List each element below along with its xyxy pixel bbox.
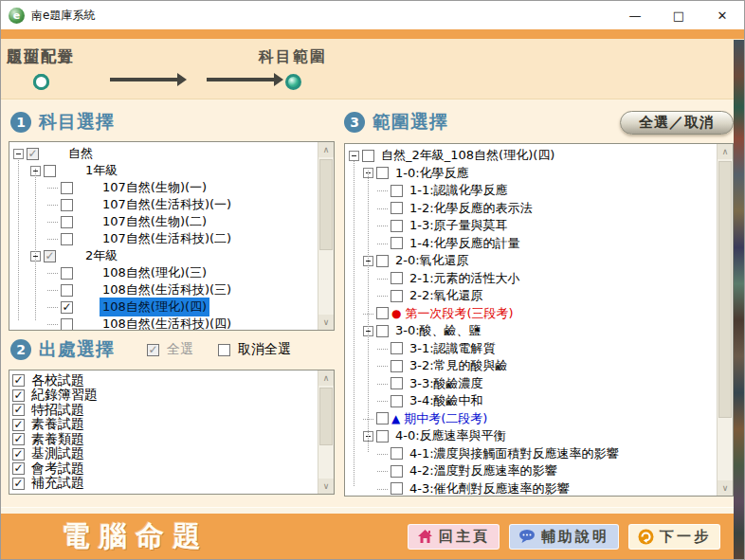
checkbox[interactable] [391,237,403,249]
checkbox[interactable] [12,419,25,431]
subject-tree-row[interactable]: 107自然(生物)(二) [9,213,318,230]
tree-item-label[interactable]: 第一次段考(三段考) [402,304,516,323]
checkbox[interactable] [27,148,39,160]
checkbox[interactable] [376,325,389,337]
tree-item-label[interactable]: 期中考(二段考) [401,409,490,428]
range-tree-row[interactable]: 1-0:化學反應 [345,165,717,183]
wizard-step[interactable]: 科目範圍 [253,47,333,90]
tree-item-label[interactable]: 2年級 [82,246,120,265]
subject-tree-row[interactable]: 108自然(理化)(四) [9,298,318,316]
scroll-thumb[interactable] [319,159,333,250]
expander-icon[interactable] [363,431,373,442]
subject-tree-row[interactable]: 自然 [9,145,318,162]
next-button[interactable]: 下一步 [628,524,720,550]
tree-item-label[interactable]: 1-2:化學反應的表示法 [407,199,536,218]
range-tree-row[interactable]: 3-4:酸鹼中和 [345,392,717,410]
scroll-track[interactable] [718,159,733,480]
tree-item-label[interactable]: 2-2:氧化還原 [407,286,486,305]
checkbox[interactable] [391,220,403,232]
select-all-toggle-button[interactable]: 全選／取消 [620,111,734,135]
minimize-button[interactable]: — [613,1,657,29]
expander-icon[interactable] [13,149,24,159]
scroll-track[interactable] [318,386,334,479]
checkbox[interactable] [391,377,403,389]
checkbox[interactable] [44,250,56,262]
tree-item-label[interactable]: 2-0:氧化還原 [392,251,472,270]
tree-item-label[interactable]: 107自然(生活科技)(一) [100,195,234,214]
expander-icon[interactable] [377,483,389,495]
expander-icon[interactable] [30,251,41,262]
expander-icon[interactable] [377,185,389,196]
checkbox[interactable] [12,404,25,416]
tree-item-label[interactable]: 3-0:酸、鹼、鹽 [392,321,484,340]
checkbox[interactable] [391,482,403,495]
range-tree-row[interactable]: ▲ 期中考(二段考) [345,410,717,428]
range-tree-row[interactable]: 3-1:認識電解質 [345,340,717,358]
checkbox[interactable] [376,430,389,443]
scroll-up-button[interactable]: ∧ [318,370,334,386]
range-tree-row[interactable]: 1-3:原子量與莫耳 [345,217,717,235]
checkbox[interactable] [61,216,73,228]
scroll-thumb[interactable] [718,161,732,418]
tree-item-label[interactable]: 2-1:元素的活性大小 [407,269,523,288]
expander-icon[interactable] [47,182,59,193]
expander-icon[interactable] [377,290,389,301]
scroll-down-button[interactable]: ∨ [718,480,733,496]
tree-item-label[interactable]: 4-3:催化劑對反應速率的影響 [407,479,572,496]
range-tree-row[interactable]: 2-1:元素的活性大小 [345,270,717,288]
tree-item-label[interactable]: 3-1:認識電解質 [407,339,499,358]
checkbox[interactable] [147,344,159,356]
expander-icon[interactable] [349,151,359,161]
expander-icon[interactable] [363,308,374,319]
tree-item-label[interactable]: 108自然(理化)(四) [100,298,209,316]
tree-item-label[interactable]: 4-2:溫度對反應速率的影響 [407,461,560,480]
checkbox[interactable] [391,272,403,284]
expander-icon[interactable] [47,199,59,210]
scroll-up-button[interactable]: ∧ [318,142,334,157]
tree-item-label[interactable]: 4-0:反應速率與平衡 [392,426,509,445]
subject-tree-row[interactable]: 107自然(生活科技)(一) [9,196,318,213]
checkbox[interactable] [12,374,25,387]
subject-tree-row[interactable]: 108自然(生活科技)(三) [9,281,318,298]
wizard-step[interactable]: 版面配置 [1,47,81,90]
expander-icon[interactable] [377,238,389,249]
expander-icon[interactable] [47,284,59,296]
checkbox[interactable] [44,165,56,177]
range-tree-row[interactable]: 4-0:反應速率與平衡 [345,427,717,445]
subject-tree-row[interactable]: 1年級 [9,162,318,179]
expander-icon[interactable] [377,343,389,354]
expander-icon[interactable] [377,395,389,406]
checkbox[interactable] [391,342,403,354]
checkbox[interactable] [61,284,73,297]
checkbox[interactable] [61,182,73,194]
checkbox[interactable] [376,255,389,267]
range-tree-row[interactable]: 3-0:酸、鹼、鹽 [345,322,717,340]
expander-icon[interactable] [30,166,41,176]
expander-icon[interactable] [363,256,373,266]
checkbox[interactable] [391,360,403,372]
scrollbar[interactable]: ∧ ∨ [318,142,334,330]
tree-item-label[interactable]: 3-3:酸鹼濃度 [407,374,486,393]
range-tree-row[interactable]: 1-2:化學反應的表示法 [345,200,717,218]
checkbox[interactable] [391,465,403,478]
tree-item-label[interactable]: 108自然(生活科技)(三) [100,280,234,299]
expander-icon[interactable] [377,360,389,371]
scroll-thumb[interactable] [319,388,333,445]
scroll-up-button[interactable]: ∧ [718,144,733,159]
expander-icon[interactable] [377,448,389,460]
scroll-down-button[interactable]: ∨ [318,479,334,494]
tree-item-label[interactable]: 1-0:化學反應 [392,164,472,183]
checkbox[interactable] [218,344,230,356]
tree-item-label[interactable]: 3-4:酸鹼中和 [407,391,486,410]
expander-icon[interactable] [377,203,389,214]
checkbox[interactable] [61,267,73,280]
tree-item-label[interactable]: 1年級 [82,161,120,180]
expander-icon[interactable] [363,326,373,336]
range-tree-row[interactable]: 4-1:濃度與接觸面積對反應速率的影響 [345,445,717,463]
range-tree-row[interactable]: 2-2:氧化還原 [345,287,717,305]
maximize-button[interactable]: □ [657,1,700,29]
home-button[interactable]: 回主頁 [408,524,500,550]
tree-item-label[interactable]: 3-2:常見的酸與鹼 [407,356,511,375]
source-list-item[interactable]: 補充試題 [9,477,318,492]
tree-item-label[interactable]: 自然_2年級_108自然(理化)(四) [378,146,557,165]
